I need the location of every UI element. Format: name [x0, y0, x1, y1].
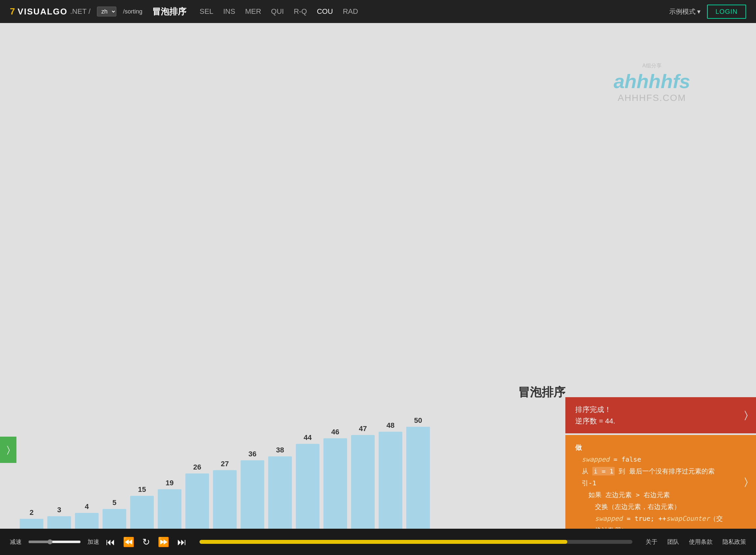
- bar-item: 26: [185, 463, 209, 529]
- playback-controls: ⏮ ⏪ ↻ ⏩ ⏭: [106, 537, 186, 547]
- nav-sel[interactable]: SEL: [199, 7, 213, 16]
- footer: 减速 加速 ⏮ ⏪ ↻ ⏩ ⏭ 关于 团队 使用条款 隐私政策: [0, 529, 756, 555]
- status-next-button[interactable]: 〉: [736, 397, 756, 433]
- code-line-0: 做: [575, 441, 726, 454]
- bar-label: 5: [113, 499, 116, 507]
- bar-item: 48: [379, 421, 402, 529]
- logo-number: 7: [10, 6, 15, 17]
- status-panel: 排序完成！ 逆序数 = 44.: [565, 397, 736, 433]
- bar-label: 46: [331, 428, 339, 436]
- code-line-1: swapped = false: [575, 454, 726, 465]
- bar-label: 27: [221, 460, 229, 468]
- slow-label: 减速: [10, 538, 22, 546]
- bar-item: 27: [213, 460, 237, 529]
- bar-rect: [268, 456, 292, 529]
- bar-label: 44: [304, 433, 312, 442]
- bar-rect: [75, 513, 99, 529]
- bar-label: 38: [276, 446, 284, 455]
- left-expand-button[interactable]: 〉: [0, 437, 16, 463]
- watermark-text2: AHHHFS.COM: [614, 93, 690, 103]
- refresh-button[interactable]: ↻: [142, 537, 150, 547]
- watermark: A组分享 ahhhhfs AHHHFS.COM: [614, 62, 690, 103]
- nav-ins[interactable]: INS: [223, 7, 235, 16]
- bar-rect: [102, 509, 126, 529]
- main-area: 23451519262736384446474850 A组分享 ahhhhfs …: [0, 23, 756, 529]
- nav-qui[interactable]: QUI: [271, 7, 284, 16]
- bar-item: 38: [268, 446, 292, 529]
- logo-sep: .NET /: [70, 7, 90, 16]
- bar-rect: [406, 427, 430, 529]
- watermark-text1: ahhhhfs: [614, 70, 690, 93]
- bar-label: 47: [359, 424, 367, 433]
- language-selector[interactable]: zh en: [97, 7, 116, 16]
- bar-rect: [323, 438, 347, 529]
- bar-item: 3: [47, 506, 71, 529]
- bar-rect: [158, 489, 181, 529]
- code-line-4: 交换（左边元素，右边元素）: [575, 501, 726, 513]
- bars-container: 23451519262736384446474850: [20, 417, 430, 529]
- code-line-3: 如果 左边元素 > 右边元素: [575, 489, 726, 501]
- bar-label: 19: [166, 479, 174, 487]
- bar-item: 15: [130, 485, 154, 529]
- footer-about[interactable]: 关于: [646, 538, 657, 546]
- bar-label: 36: [249, 450, 256, 458]
- current-page-title: 冒泡排序: [152, 6, 186, 17]
- nav-rq[interactable]: R-Q: [294, 7, 307, 16]
- nav-cou[interactable]: COU: [317, 7, 333, 16]
- footer-privacy[interactable]: 隐私政策: [722, 538, 746, 546]
- logo: 7 VISUALGO .NET /: [10, 6, 90, 17]
- bar-rect: [20, 519, 43, 529]
- bar-item: 44: [296, 433, 319, 529]
- speed-slider[interactable]: [28, 539, 81, 545]
- bar-item: 19: [158, 479, 181, 529]
- progress-bar-container[interactable]: [199, 540, 632, 544]
- bar-label: 2: [30, 508, 34, 517]
- bar-rect: [296, 444, 319, 529]
- footer-team[interactable]: 团队: [667, 538, 679, 546]
- bar-item: 36: [240, 450, 264, 529]
- bar-label: 26: [193, 463, 201, 471]
- nav-links: SEL INS MER QUI R-Q COU RAD: [199, 7, 358, 16]
- bar-item: 47: [351, 424, 375, 529]
- bar-label: 15: [138, 485, 146, 494]
- bar-label: 4: [85, 502, 89, 511]
- footer-links: 关于 团队 使用条款 隐私政策: [646, 538, 746, 546]
- bar-item: 50: [406, 416, 430, 529]
- bar-item: 4: [75, 502, 99, 529]
- bar-item: 2: [20, 508, 43, 529]
- code-next-button[interactable]: 〉: [736, 435, 756, 529]
- status-line2: 逆序数 = 44.: [575, 415, 726, 427]
- bar-rect: [185, 473, 209, 529]
- path-text: /sorting: [123, 8, 142, 15]
- bar-rect: [213, 470, 237, 529]
- skip-forward-button[interactable]: ⏭: [177, 537, 186, 547]
- progress-bar-fill: [199, 540, 567, 544]
- demo-mode-btn[interactable]: 示例模式 ▾: [669, 7, 701, 16]
- bar-rect: [47, 516, 71, 529]
- logo-text: VISUALGO: [18, 7, 68, 17]
- nav-mer[interactable]: MER: [245, 7, 261, 16]
- bar-rect: [130, 496, 154, 529]
- bar-label: 3: [57, 506, 61, 514]
- step-forward-button[interactable]: ⏩: [158, 537, 169, 547]
- bar-label: 48: [387, 421, 394, 430]
- status-line1: 排序完成！: [575, 404, 726, 415]
- login-button[interactable]: LOGIN: [707, 5, 746, 19]
- bar-label: 50: [414, 416, 422, 425]
- watermark-small: A组分享: [614, 62, 690, 69]
- bar-item: 46: [323, 428, 347, 529]
- code-panel: 做 swapped = false 从 i = 1 到 最后一个没有排序过元素的…: [565, 435, 736, 529]
- nav-rad[interactable]: RAD: [343, 7, 358, 16]
- bar-rect: [240, 460, 264, 529]
- bar-item: 5: [102, 499, 126, 529]
- footer-terms[interactable]: 使用条款: [689, 538, 713, 546]
- status-panel-wrapper: 排序完成！ 逆序数 = 44. 〉: [565, 397, 736, 433]
- header-right: 示例模式 ▾ LOGIN: [669, 5, 746, 19]
- fast-label: 加速: [87, 538, 99, 546]
- header: 7 VISUALGO .NET / zh en /sorting 冒泡排序 SE…: [0, 0, 756, 23]
- skip-back-button[interactable]: ⏮: [106, 537, 115, 547]
- step-back-button[interactable]: ⏪: [123, 537, 134, 547]
- code-panel-wrapper: 做 swapped = false 从 i = 1 到 最后一个没有排序过元素的…: [565, 435, 736, 529]
- bar-rect: [379, 432, 402, 529]
- bar-rect: [351, 435, 375, 529]
